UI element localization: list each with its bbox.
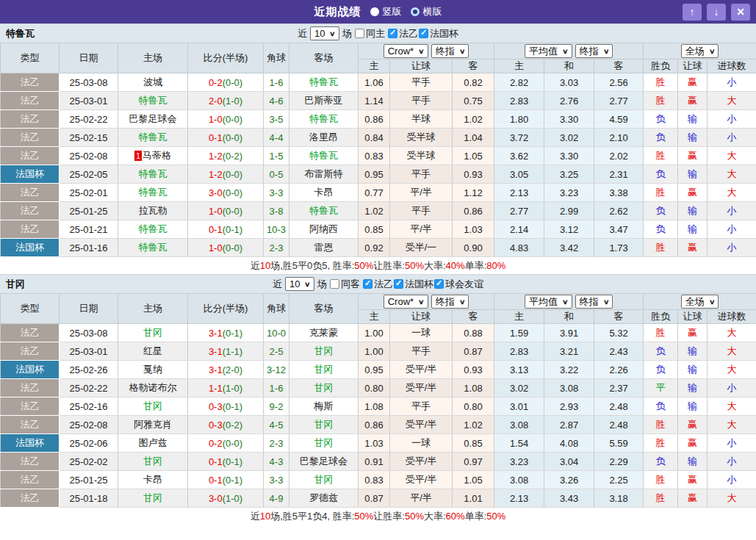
summary-segment: 60% xyxy=(446,511,465,522)
layout-horizontal-radio[interactable]: 横版 xyxy=(411,5,442,18)
chevron-down-icon: ∨ xyxy=(709,298,716,306)
avg-home-odds: 3.01 xyxy=(494,397,544,416)
section-guingamp: 甘冈 近 10 ∨ 场 同客 法乙法国杯球会友谊 类型 日期 xyxy=(0,274,756,525)
col-header-type: 类型 xyxy=(1,43,60,73)
same-venue-checkbox[interactable]: 同主 xyxy=(355,27,385,40)
titlebar-center: 近期战绩 竖版 横版 xyxy=(0,5,756,19)
odds-group-header: Crow*∨ 终指∨ xyxy=(359,294,494,310)
avg-draw-odds: 3.03 xyxy=(544,73,594,92)
match-count-select[interactable]: 10 ∨ xyxy=(285,277,314,291)
avg-away-odds: 2.31 xyxy=(594,165,644,184)
odds-source-value: Crow* xyxy=(388,296,414,307)
away-team: 洛里昂 xyxy=(289,129,359,147)
avg-stage-value: 终指 xyxy=(580,295,599,309)
league-filter-checkbox[interactable]: 法乙 xyxy=(388,27,418,40)
summary-segment: 80% xyxy=(486,260,505,271)
avg-source-select[interactable]: 平均值∨ xyxy=(525,295,572,309)
away-odds: 0.82 xyxy=(453,73,494,92)
league-type: 法国杯 xyxy=(1,361,60,379)
match-row: 法乙25-02-02甘冈0-1(0-1)4-3巴黎足球会0.91受平/半0.97… xyxy=(1,453,756,471)
avg-stage-select[interactable]: 终指∨ xyxy=(575,44,613,58)
move-up-button[interactable]: ↑ xyxy=(683,4,702,21)
avg-home-odds: 3.08 xyxy=(494,416,544,434)
match-date: 25-02-16 xyxy=(60,397,118,416)
result-goals: 小 xyxy=(708,129,756,147)
score: 2-0(1-0) xyxy=(188,92,264,110)
checkbox-icon xyxy=(330,279,339,289)
avg-away-odds: 2.43 xyxy=(594,342,644,361)
result-wdl: 负 xyxy=(644,453,678,471)
layout-vertical-radio[interactable]: 竖版 xyxy=(370,5,402,18)
same-venue-checkbox[interactable]: 同客 xyxy=(330,278,360,291)
score: 1-2(0-0) xyxy=(188,165,264,184)
match-row: 法乙25-01-21特鲁瓦0-1(0-1)10-3阿纳西0.85平/半1.032… xyxy=(1,220,756,239)
avg-stage-select[interactable]: 终指∨ xyxy=(575,295,613,309)
league-type: 法乙 xyxy=(1,147,60,165)
match-row: 法乙25-02-22格勒诺布尔1-1(1-0)1-6甘冈0.80受平/半1.08… xyxy=(1,379,756,397)
odds-stage-select[interactable]: 终指∨ xyxy=(431,44,469,58)
summary-segment: 50% xyxy=(405,511,424,522)
result-handicap: 输 xyxy=(678,202,708,220)
handicap-line: 受半/一 xyxy=(390,239,453,257)
chevron-down-icon: ∨ xyxy=(459,298,466,306)
section-filterbar: 甘冈 近 10 ∨ 场 同客 法乙法国杯球会友谊 xyxy=(0,274,756,293)
league-filter-checkbox[interactable]: 法国杯 xyxy=(419,27,458,40)
result-handicap: 赢 xyxy=(678,434,708,453)
league-type: 法乙 xyxy=(1,184,60,202)
league-filter-checkbox[interactable]: 球会友谊 xyxy=(434,278,483,291)
away-team: 布雷斯特 xyxy=(289,165,359,184)
handicap-line: 受半球 xyxy=(390,129,453,147)
away-team-name: 罗德兹 xyxy=(309,492,338,503)
score: 3-0(0-0) xyxy=(188,184,264,202)
corner-score: 4-6 xyxy=(264,92,289,110)
home-team: 图卢兹 xyxy=(118,434,188,453)
handicap-line: 受平/半 xyxy=(390,361,453,379)
avg-home-odds: 3.72 xyxy=(494,129,544,147)
league-filter-checkbox[interactable]: 法乙 xyxy=(363,278,393,291)
league-filter-checkbox[interactable]: 法国杯 xyxy=(394,278,433,291)
match-date: 25-02-02 xyxy=(60,453,118,471)
home-odds: 1.00 xyxy=(359,342,390,361)
radio-selected-icon xyxy=(370,7,379,16)
corner-score: 9-2 xyxy=(264,397,289,416)
away-odds: 0.85 xyxy=(453,434,494,453)
close-button[interactable]: ✕ xyxy=(731,4,750,21)
handicap-line: 一球 xyxy=(390,434,453,453)
fulltime-select[interactable]: 全场∨ xyxy=(681,44,719,58)
league-type: 法乙 xyxy=(1,397,60,416)
avg-draw-odds: 3.26 xyxy=(544,471,594,489)
summary-segment: 大率: xyxy=(424,259,446,273)
avg-draw-odds: 2.99 xyxy=(544,202,594,220)
summary-segment: 让胜率: xyxy=(373,259,405,273)
odds-stage-select[interactable]: 终指∨ xyxy=(431,295,469,309)
summary-segment: 让胜率: xyxy=(373,510,405,523)
league-type: 法国杯 xyxy=(1,239,60,257)
odds-source-select[interactable]: Crow*∨ xyxy=(384,44,428,58)
home-team-name: 格勒诺布尔 xyxy=(129,382,177,393)
avg-source-select[interactable]: 平均值∨ xyxy=(525,44,572,58)
result-handicap: 赢 xyxy=(678,92,708,110)
league-type: 法乙 xyxy=(1,379,60,397)
result-group-header: 全场∨ xyxy=(644,294,756,310)
match-count-select[interactable]: 10 ∨ xyxy=(310,26,339,40)
games-label: 场 xyxy=(317,278,327,291)
league-type: 法乙 xyxy=(1,110,60,129)
handicap-line: 平手 xyxy=(390,92,453,110)
match-row: 法乙25-02-01特鲁瓦3-0(0-0)3-3卡昂0.77平/半1.122.1… xyxy=(1,184,756,202)
fulltime-select[interactable]: 全场∨ xyxy=(681,295,719,309)
move-down-button[interactable]: ↓ xyxy=(707,4,726,21)
result-goals: 大 xyxy=(708,416,756,434)
result-wdl: 胜 xyxy=(644,92,678,110)
odds-source-select[interactable]: Crow*∨ xyxy=(384,295,428,309)
halftime-score: (0-1) xyxy=(223,401,242,412)
checkbox-icon xyxy=(434,279,444,289)
home-team-name: 甘冈 xyxy=(143,327,162,338)
score: 3-0(1-0) xyxy=(188,489,264,508)
fulltime-score: 0-3 xyxy=(209,401,223,412)
away-team-name: 甘冈 xyxy=(314,419,334,430)
result-wdl: 胜 xyxy=(644,239,678,257)
titlebar: 近期战绩 竖版 横版 ↑ ↓ ✕ xyxy=(0,0,756,24)
handicap-line: 平/半 xyxy=(390,489,453,508)
away-odds: 0.93 xyxy=(453,165,494,184)
record-summary: 近10场,胜5平1负4, 胜率:50% 让胜率:50% 大率:60% 单率:50… xyxy=(0,508,756,525)
